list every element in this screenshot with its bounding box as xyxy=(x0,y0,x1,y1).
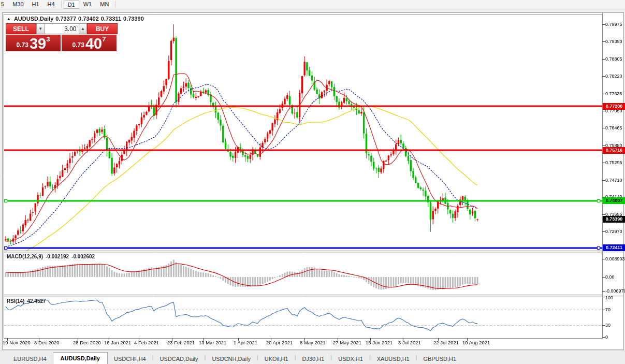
symbol-period-label: AUDUSD,Daily xyxy=(14,16,53,22)
chart-tab-bar: EURUSD,H4AUDUSD,DailyUSDCHF,H4|USDCAD,Da… xyxy=(0,351,625,364)
chart-tab-eurusd[interactable]: EURUSD,H4 xyxy=(7,354,53,364)
ohlc-low: 0.73311 xyxy=(101,16,121,22)
price-axis-badge: 0.72411 xyxy=(603,244,625,251)
date-axis-label: 8 May 2021 xyxy=(300,340,326,345)
chart-tab-xauusd[interactable]: XAUUSD,H1 xyxy=(371,354,416,364)
macd-axis-label: 0.00 xyxy=(605,274,615,280)
mt4-window: 5M30H1H4D1W1MN ▲AUDUSD,Daily0.733770.734… xyxy=(0,0,625,364)
date-axis-label: 10 Aug 2021 xyxy=(462,340,490,345)
date-axis-label: 13 Mar 2021 xyxy=(199,340,226,345)
collapse-icon[interactable]: ▲ xyxy=(7,17,11,21)
sell-price-prefix: 0.73 xyxy=(17,41,28,49)
price-axis-label: 0.72970 xyxy=(605,229,622,234)
chart-tab-ukoil[interactable]: UKOil,H1 xyxy=(258,354,295,364)
timeframe-button-mn[interactable]: MN xyxy=(96,1,113,8)
price-axis-label: 0.78805 xyxy=(605,56,622,62)
price-axis-label: 0.75295 xyxy=(605,160,622,165)
toolbar-separator xyxy=(61,1,62,8)
date-axis-label: 20 Apr 2021 xyxy=(266,340,293,345)
price-axis-label: 0.76465 xyxy=(605,125,622,130)
one-click-trading-panel: SELL ▼ ▲ BUY 0.73 39 3 0.73 40 7 xyxy=(6,23,118,51)
volume-decrease-button[interactable]: ▼ xyxy=(36,23,45,34)
toolbar-separator xyxy=(115,1,115,8)
rsi-axis-label: 100 xyxy=(605,295,613,300)
timeframe-button-d1[interactable]: D1 xyxy=(64,1,79,9)
price-axis-label: 0.79390 xyxy=(605,39,622,44)
buy-price-display[interactable]: 0.73 40 7 xyxy=(62,35,117,51)
ohlc-close: 0.73390 xyxy=(123,16,144,22)
price-axis-badge: 0.74007 xyxy=(603,197,625,204)
chart-tab-audusd[interactable]: AUDUSD,Daily xyxy=(53,352,108,364)
timeframe-button-h4[interactable]: H4 xyxy=(43,1,59,8)
date-axis-label: 22 Jul 2021 xyxy=(433,340,459,345)
price-axis-label: 0.74710 xyxy=(605,178,622,183)
chart-tab-usdcad[interactable]: USDCAD,Daily xyxy=(154,354,205,364)
price-axis-label: 0.77635 xyxy=(605,91,622,96)
rsi-axis-label: 70 xyxy=(605,307,611,312)
price-axis-label: 0.78220 xyxy=(605,74,622,79)
date-axis-label: 15 Jun 2021 xyxy=(366,340,393,345)
chart-tab-gbpusd[interactable]: GBPUSD,H1 xyxy=(417,354,463,364)
rsi-axis-label: 30 xyxy=(605,323,611,328)
price-axis-badge: 0.73390 xyxy=(603,216,625,223)
rsi-indicator-label: RSI(14)42.4527 xyxy=(7,298,49,304)
sell-button[interactable]: SELL xyxy=(6,23,36,34)
macd-axis-label: 0.008903 xyxy=(605,256,625,261)
volume-input[interactable] xyxy=(45,23,79,34)
timeframe-button-m30[interactable]: M30 xyxy=(8,1,27,8)
timeframe-toolbar: 5M30H1H4D1W1MN xyxy=(0,0,625,9)
buy-price-sup: 7 xyxy=(102,35,106,43)
date-axis-label: 3 Jul 2021 xyxy=(398,340,421,345)
price-axis-badge: 0.77200 xyxy=(603,103,625,110)
date-axis-label: 23 Feb 2021 xyxy=(167,340,195,345)
macd-axis-label: -0.006970 xyxy=(605,288,625,294)
date-axis-label: 19 Nov 2020 xyxy=(3,340,31,345)
chart-canvas[interactable] xyxy=(3,13,623,350)
chart-tab-usdchf[interactable]: USDCHF,H4 xyxy=(108,354,152,364)
macd-indicator-label: MACD(12,26,9)-0.002192-0.002602 xyxy=(7,254,97,259)
timeframe-button-h1[interactable]: H1 xyxy=(28,1,43,8)
date-axis-label: 16 Jan 2021 xyxy=(104,340,131,345)
chart-tab-usdx[interactable]: USDX,H1 xyxy=(332,354,369,364)
rsi-axis-label: 0 xyxy=(605,334,608,340)
date-axis-label: 1 Apr 2021 xyxy=(234,340,257,345)
sell-price-sup: 3 xyxy=(46,35,50,43)
buy-button[interactable]: BUY xyxy=(87,23,118,34)
date-axis-label: 28 Dec 2020 xyxy=(73,340,101,345)
ohlc-open: 0.73377 xyxy=(55,16,76,22)
sell-price-display[interactable]: 0.73 39 3 xyxy=(6,35,61,51)
timeframe-button-w1[interactable]: W1 xyxy=(79,1,96,8)
volume-increase-button[interactable]: ▲ xyxy=(79,23,88,34)
date-axis-label: 8 Dec 2020 xyxy=(34,340,60,345)
chart-title: ▲AUDUSD,Daily0.733770.734020.733110.7339… xyxy=(7,16,146,22)
buy-price-big: 40 xyxy=(85,37,102,50)
timeframe-button-5[interactable]: 5 xyxy=(0,1,8,8)
chart-area: ▲AUDUSD,Daily0.733770.734020.733110.7339… xyxy=(2,12,624,350)
date-axis-label: 4 Feb 2021 xyxy=(134,340,159,345)
buy-price-prefix: 0.73 xyxy=(72,41,84,49)
price-axis-label: 0.79975 xyxy=(605,22,622,27)
sell-price-big: 39 xyxy=(30,37,46,50)
price-axis-badge: 0.75716 xyxy=(603,147,625,154)
chart-tab-dj30[interactable]: DJ30,H1 xyxy=(296,354,331,364)
date-axis-label: 27 May 2021 xyxy=(333,340,361,345)
ohlc-high: 0.73402 xyxy=(78,16,99,22)
chart-tab-usdcnh[interactable]: USDCNH,Daily xyxy=(206,354,257,364)
